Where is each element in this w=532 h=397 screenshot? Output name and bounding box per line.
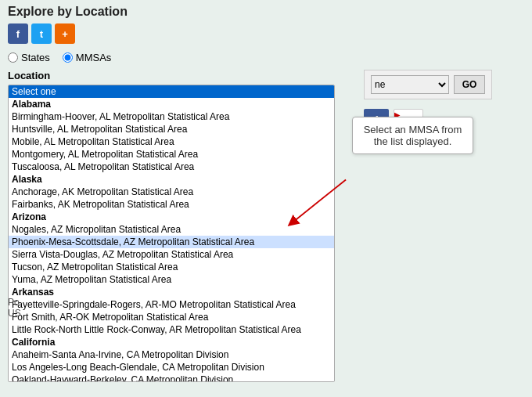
callout-box: Select an MMSA from the list displayed. xyxy=(352,117,473,154)
location-option[interactable]: Yuma, AZ Metropolitan Statistical Area xyxy=(9,273,334,286)
location-option[interactable]: Tuscaloosa, AL Metropolitan Statistical … xyxy=(9,161,334,173)
callout-text: Select an MMSA from the list displayed. xyxy=(364,124,462,147)
addthis-button[interactable]: + xyxy=(55,23,75,44)
location-option[interactable]: Montgomery, AL Metropolitan Statistical … xyxy=(9,148,334,161)
select-one-option[interactable]: Select one xyxy=(9,85,334,98)
state-header-california: California xyxy=(9,336,334,348)
location-option[interactable]: Fairbanks, AK Metropolitan Statistical A… xyxy=(9,198,334,211)
location-option[interactable]: Fort Smith, AR-OK Metropolitan Statistic… xyxy=(9,311,334,323)
social-buttons: f t + xyxy=(8,23,524,44)
po-label: Po xyxy=(8,297,21,308)
right-select[interactable]: ne xyxy=(371,75,449,94)
radio-group: States MMSAs xyxy=(8,52,524,63)
state-header-arizona: Arizona xyxy=(9,211,334,223)
left-column: Location Select one Alabama Birmingham-H… xyxy=(8,70,335,382)
go-row: ne GO xyxy=(371,75,485,94)
location-select[interactable]: Select one Alabama Birmingham-Hoover, AL… xyxy=(8,85,335,382)
go-section: ne GO xyxy=(364,70,492,99)
page-title: Explore by Location xyxy=(8,5,524,19)
bottom-labels: Po US xyxy=(8,297,21,319)
location-option[interactable]: Los Angeles-Long Beach-Glendale, CA Metr… xyxy=(9,361,334,374)
page-wrapper: Explore by Location f t + States MMSAs L… xyxy=(0,0,532,397)
mmsas-label: MMSAs xyxy=(76,52,112,63)
mmsas-radio[interactable] xyxy=(63,52,73,63)
location-option[interactable]: Mobile, AL Metropolitan Statistical Area xyxy=(9,135,334,148)
location-option[interactable]: Tucson, AZ Metropolitan Statistical Area xyxy=(9,261,334,273)
location-option[interactable]: Oakland-Hayward-Berkeley, CA Metropolita… xyxy=(9,374,334,382)
location-option[interactable]: Nogales, AZ Micropolitan Statistical Are… xyxy=(9,223,334,236)
location-option[interactable]: Anaheim-Santa Ana-Irvine, CA Metropolita… xyxy=(9,348,334,361)
location-option[interactable]: Little Rock-North Little Rock-Conway, AR… xyxy=(9,323,334,336)
location-option-highlighted[interactable]: Phoenix-Mesa-Scottsdale, AZ Metropolitan… xyxy=(9,236,334,248)
state-header-arkansas: Arkansas xyxy=(9,286,334,298)
location-option[interactable]: Birmingham-Hoover, AL Metropolitan Stati… xyxy=(9,110,334,123)
location-option[interactable]: Anchorage, AK Metropolitan Statistical A… xyxy=(9,186,334,198)
facebook-button[interactable]: f xyxy=(8,23,28,44)
mmsas-radio-label[interactable]: MMSAs xyxy=(63,52,112,63)
state-header-alaska: Alaska xyxy=(9,173,334,186)
states-radio[interactable] xyxy=(8,52,18,63)
location-option[interactable]: Fayetteville-Springdale-Rogers, AR-MO Me… xyxy=(9,298,334,311)
states-radio-label[interactable]: States xyxy=(8,52,50,63)
location-option[interactable]: Sierra Vista-Douglas, AZ Metropolitan St… xyxy=(9,248,334,261)
main-content: Location Select one Alabama Birmingham-H… xyxy=(8,70,524,382)
us-label: US xyxy=(8,308,21,319)
states-label: States xyxy=(21,52,50,63)
twitter-button[interactable]: t xyxy=(31,23,52,44)
location-option[interactable]: Huntsville, AL Metropolitan Statistical … xyxy=(9,123,334,135)
state-header-alabama: Alabama xyxy=(9,98,334,110)
go-button[interactable]: GO xyxy=(454,75,485,94)
location-label: Location xyxy=(8,70,335,81)
